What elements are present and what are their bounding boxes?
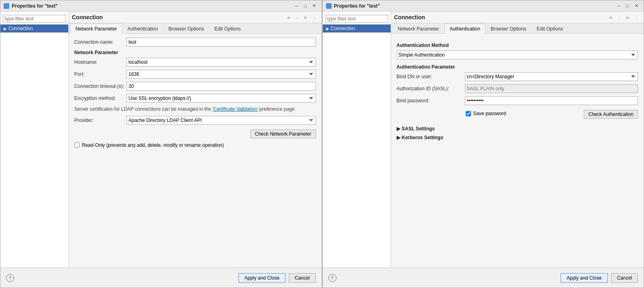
left-close-button[interactable]: ✕ <box>310 2 318 10</box>
right-sasl-arrow-icon: ▶ <box>397 126 400 132</box>
right-maximize-button[interactable]: □ <box>624 2 632 10</box>
left-main-content: Connection ◀ ⌄ ▶ ⌄ Network Parameter Aut… <box>69 12 322 268</box>
left-footer-left: ? <box>6 274 14 282</box>
left-nav-forward-down-button[interactable]: ⌄ <box>311 14 318 21</box>
right-nav-forward-button[interactable]: ▶ <box>624 14 632 21</box>
right-nav-back-button[interactable]: ◀ <box>607 14 614 21</box>
right-auth-method-row: Simple Authentication No Authentication … <box>397 51 638 59</box>
left-sidebar: ▶ Connection <box>0 12 69 268</box>
right-dialog-footer: ? Apply and Close Cancel <box>323 268 644 288</box>
right-close-button[interactable]: ✕ <box>632 2 640 10</box>
right-tab-authentication[interactable]: Authentication <box>444 24 485 34</box>
right-save-password-row: Save password <box>466 111 506 116</box>
left-sidebar-connection-label: Connection <box>8 26 33 31</box>
left-title-controls: ─ □ ✕ <box>293 2 318 10</box>
left-nav-down-button[interactable]: ⌄ <box>293 14 301 21</box>
right-cancel-button[interactable]: Cancel <box>611 273 638 283</box>
right-section-title: Connection <box>394 13 425 21</box>
left-connection-name-row: Connection name: <box>74 38 316 47</box>
left-cert-link[interactable]: 'Certificate Validation' <box>212 106 258 112</box>
left-check-network-button[interactable]: Check Network Parameter <box>251 130 316 138</box>
right-dialog-icon <box>326 3 332 9</box>
left-top-toolbar: Connection ◀ ⌄ ▶ ⌄ <box>69 12 322 23</box>
left-readonly-checkbox[interactable] <box>74 142 79 148</box>
left-encryption-select[interactable]: Use SSL encryption (ldaps://) No encrypt… <box>126 94 316 103</box>
left-filter-input[interactable] <box>3 15 66 23</box>
left-port-select[interactable]: 1636 <box>126 70 316 79</box>
left-nav-forward-button[interactable]: ▶ <box>302 14 310 21</box>
right-sasl-settings-label: SASL Settings <box>402 126 435 132</box>
left-dialog-body: ▶ Connection Connection ◀ ⌄ ▶ ⌄ Network … <box>0 12 322 268</box>
left-network-parameter-title: Network Parameter <box>74 50 316 55</box>
right-top-toolbar: Connection ◀ ⌄ ▶ ⌄ <box>391 12 644 23</box>
right-main-content: Connection ◀ ⌄ ▶ ⌄ Network Parameter Aut… <box>391 12 644 268</box>
left-sidebar-item-connection[interactable]: ▶ Connection <box>0 24 68 32</box>
right-sasl-settings-section[interactable]: ▶ SASL Settings <box>397 124 638 133</box>
left-hostname-row: Hostname: localhost <box>74 58 316 67</box>
right-connection-arrow: ▶ <box>326 26 329 31</box>
right-save-password-checkbox[interactable] <box>466 111 471 116</box>
right-nav-icons: ◀ ⌄ ▶ ⌄ <box>607 14 640 21</box>
right-tab-network-parameter[interactable]: Network Parameter <box>393 24 444 34</box>
right-auth-method-title: Authentication Method <box>397 43 638 48</box>
right-auth-param-title: Authentication Parameter <box>397 64 638 70</box>
right-title-controls: ─ □ ✕ <box>615 2 640 10</box>
left-cancel-button[interactable]: Cancel <box>289 273 316 283</box>
left-hostname-label: Hostname: <box>74 59 126 65</box>
left-footer-right: Apply and Close Cancel <box>238 273 316 283</box>
right-kerberos-arrow-icon: ▶ <box>397 135 400 140</box>
right-dialog-body: ▶ Connection Connection ◀ ⌄ ▶ ⌄ Network … <box>323 12 644 268</box>
right-auth-id-input[interactable] <box>465 84 638 93</box>
left-minimize-button[interactable]: ─ <box>293 2 301 10</box>
left-encryption-label: Encryption method: <box>74 95 126 101</box>
right-bind-dn-select[interactable]: cn=Directory Manager <box>465 72 638 81</box>
left-tab-browser-options[interactable]: Browser Options <box>163 24 209 34</box>
right-apply-close-button[interactable]: Apply and Close <box>560 273 607 283</box>
right-sidebar-connection-label: Connection <box>331 26 355 31</box>
left-nav-back-button[interactable]: ◀ <box>285 14 292 21</box>
right-kerberos-settings-section[interactable]: ▶ Kerberos Settings <box>397 133 638 142</box>
left-section-title: Connection <box>72 13 103 21</box>
right-filter-input[interactable] <box>325 15 388 23</box>
left-encryption-row: Encryption method: Use SSL encryption (l… <box>74 94 316 103</box>
right-minimize-button[interactable]: ─ <box>615 2 623 10</box>
left-apply-close-button[interactable]: Apply and Close <box>238 273 285 283</box>
right-bind-password-input[interactable] <box>465 96 638 105</box>
left-connection-name-input[interactable] <box>126 38 316 47</box>
right-tab-edit-options[interactable]: Edit Options <box>532 24 568 34</box>
left-port-label: Port: <box>74 71 126 77</box>
left-port-row: Port: 1636 <box>74 70 316 79</box>
left-tab-edit-options[interactable]: Edit Options <box>209 24 246 34</box>
right-bind-password-row: Bind password: <box>397 96 638 105</box>
right-auth-id-label: Authorization ID (SASL): <box>397 86 465 91</box>
left-help-button[interactable]: ? <box>6 274 14 282</box>
right-footer-right: Apply and Close Cancel <box>560 273 638 283</box>
left-tab-authentication[interactable]: Authentication <box>122 24 163 34</box>
left-readonly-label: Read-Only (prevents any add, delete, mod… <box>82 142 224 148</box>
right-nav-down-button[interactable]: ⌄ <box>615 14 623 21</box>
left-provider-label: Provider: <box>74 118 126 123</box>
left-tabs: Network Parameter Authentication Browser… <box>69 23 322 34</box>
right-bind-dn-row: Bind DN or user: cn=Directory Manager <box>397 72 638 81</box>
right-sidebar: ▶ Connection <box>323 12 391 268</box>
left-cert-note-text1: Server certificates for LDAP connections… <box>74 106 211 112</box>
left-tab-content: Connection name: Network Parameter Hostn… <box>69 34 322 268</box>
left-maximize-button[interactable]: □ <box>302 2 310 10</box>
right-tabs: Network Parameter Authentication Browser… <box>391 23 644 34</box>
left-cert-note-text2: preference page. <box>259 106 296 112</box>
left-timeout-label: Connection timeout (s): <box>74 83 126 89</box>
right-tab-browser-options[interactable]: Browser Options <box>485 24 532 34</box>
right-check-auth-button[interactable]: Check Authentication <box>584 110 638 119</box>
right-bind-password-label: Bind password: <box>397 98 465 103</box>
right-sidebar-item-connection[interactable]: ▶ Connection <box>323 24 391 32</box>
right-nav-forward-down-button[interactable]: ⌄ <box>633 14 640 21</box>
right-dialog-title: Properties for "test" <box>334 3 613 9</box>
left-timeout-input[interactable] <box>126 82 316 91</box>
left-dialog-title: Properties for "test" <box>12 3 290 9</box>
right-auth-method-select[interactable]: Simple Authentication No Authentication … <box>397 51 638 59</box>
right-help-button[interactable]: ? <box>328 274 336 282</box>
left-tab-network-parameter[interactable]: Network Parameter <box>70 24 122 34</box>
left-hostname-select[interactable]: localhost <box>126 58 316 67</box>
right-title-bar: Properties for "test" ─ □ ✕ <box>323 0 644 12</box>
left-provider-select[interactable]: Apache Directory LDAP Client API <box>126 116 316 125</box>
